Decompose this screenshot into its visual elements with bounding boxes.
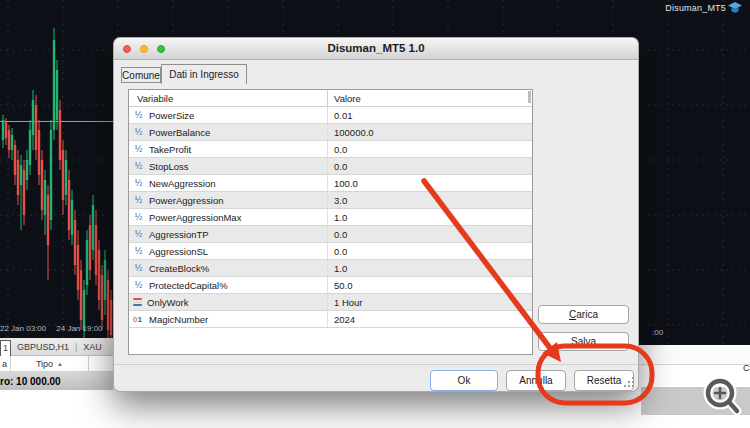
param-name: AggressionTP [149,229,209,240]
double-type-icon: ½ [133,127,144,137]
double-type-icon: ½ [133,178,144,188]
chart-tab-xauusd[interactable]: XAU [77,342,108,352]
scrollbar[interactable] [528,91,531,103]
toolbox-body [0,390,113,428]
salva-button[interactable]: Salva [538,332,629,351]
integer-type-icon: 01 [133,315,144,324]
param-value[interactable]: 2024 [328,311,532,327]
toolbox-column-a[interactable]: a [0,356,11,371]
param-name: CreateBlock% [149,263,209,274]
tab-comune[interactable]: Comune [121,67,161,83]
double-type-icon: ½ [133,110,144,120]
right-status-band [641,387,750,415]
toolbox-column-headers: a Tipo ▲ [0,356,113,372]
param-row-onlywork[interactable]: OnlyWork1 Hour [129,294,532,311]
double-type-icon: ½ [133,195,144,205]
param-name: MagicNumber [149,314,208,325]
param-value[interactable]: 0.0 [328,141,532,157]
ok-button[interactable]: Ok [430,370,498,391]
right-panel-row [641,365,750,387]
toolbox-column-tipo[interactable]: Tipo ▲ [11,356,89,371]
chart-tab-active[interactable]: 1 [0,340,11,356]
param-value[interactable]: 100000.0 [328,124,532,140]
double-type-icon: ½ [133,229,144,239]
param-value[interactable]: 0.0 [328,226,532,242]
param-value[interactable]: 0.0 [328,243,532,259]
right-column-label: C [743,363,750,373]
param-name: TakeProfit [149,144,191,155]
param-row-createblock-[interactable]: ½CreateBlock%1.0 [129,260,532,277]
param-name: PowerSize [149,110,194,121]
time-label: 22 Jan 03:00 [0,324,46,333]
param-name: PowerAggressionMax [149,212,241,223]
param-row-aggressionsl[interactable]: ½AggressionSL0.0 [129,243,532,260]
param-row-powersize[interactable]: ½PowerSize0.01 [129,107,532,124]
enum-type-icon [133,298,142,306]
param-value[interactable]: 50.0 [328,277,532,293]
double-type-icon: ½ [133,144,144,154]
chart-tab-gbpusd[interactable]: GBPUSD,H1 [11,342,75,352]
param-value[interactable]: 1.0 [328,260,532,276]
param-value[interactable]: 1 Hour [328,294,532,310]
parameters-table: Variabile Valore ½PowerSize0.01½PowerBal… [128,89,533,355]
balance-text: ro: 10 000.00 [0,376,61,387]
param-value[interactable]: 1.0 [328,209,532,225]
param-row-powerbalance[interactable]: ½PowerBalance100000.0 [129,124,532,141]
param-value[interactable]: 100.0 [328,175,532,191]
carica-button[interactable]: Carica [538,305,629,324]
sort-arrow-icon: ▲ [57,361,63,367]
account-balance-bar: ro: 10 000.00 [0,372,113,390]
param-name: OnlyWork [147,297,189,308]
param-row-magicnumber[interactable]: 01MagicNumber2024 [129,311,532,328]
dialog-title: Disuman_MT5 1.0 [114,42,638,54]
right-panel-strip [641,345,750,365]
ea-settings-dialog: Disuman_MT5 1.0 Comune Dati in Ingresso … [113,37,639,392]
param-row-takeprofit[interactable]: ½TakeProfit0.0 [129,141,532,158]
double-type-icon: ½ [133,246,144,256]
param-row-stoploss[interactable]: ½StopLoss0.0 [129,158,532,175]
param-name: NewAggression [149,178,216,189]
param-row-poweraggressionmax[interactable]: ½PowerAggressionMax1.0 [129,209,532,226]
param-row-poweraggression[interactable]: ½PowerAggression3.0 [129,192,532,209]
divider [114,364,638,365]
param-value[interactable]: 0.01 [328,107,532,123]
annulla-button[interactable]: Annulla [506,370,566,391]
expert-advisor-icon [728,2,742,14]
time-label: 24 Jan 19:00 [56,324,102,333]
param-name: PowerAggression [149,195,223,206]
double-type-icon: ½ [133,263,144,273]
ea-name-label: Disuman_MT5 [665,3,726,13]
right-panel-bottom [641,415,750,428]
param-name: AggressionSL [149,246,208,257]
header-variabile[interactable]: Variabile [129,90,328,106]
param-row-aggressiontp[interactable]: ½AggressionTP0.0 [129,226,532,243]
param-row-newaggression[interactable]: ½NewAggression100.0 [129,175,532,192]
double-type-icon: ½ [133,212,144,222]
tab-dati-in-ingresso[interactable]: Dati in Ingresso [161,64,247,84]
time-label-right: :00 [652,328,663,337]
param-row-protectedcapital-[interactable]: ½ProtectedCapital%50.0 [129,277,532,294]
time-axis: 22 Jan 03:0024 Jan 19:00 [0,324,113,333]
dialog-titlebar[interactable]: Disuman_MT5 1.0 [114,38,638,60]
param-value[interactable]: 0.0 [328,158,532,174]
param-name: PowerBalance [149,127,210,138]
chart-tab-bar: 1 GBPUSD,H1 | XAU [0,338,113,356]
double-type-icon: ½ [133,280,144,290]
resize-grip[interactable] [624,377,634,387]
header-valore[interactable]: Valore [328,90,532,106]
param-value[interactable]: 3.0 [328,192,532,208]
param-name: StopLoss [149,161,189,172]
double-type-icon: ½ [133,161,144,171]
table-header-row: Variabile Valore [129,90,532,107]
param-name: ProtectedCapital% [149,280,228,291]
